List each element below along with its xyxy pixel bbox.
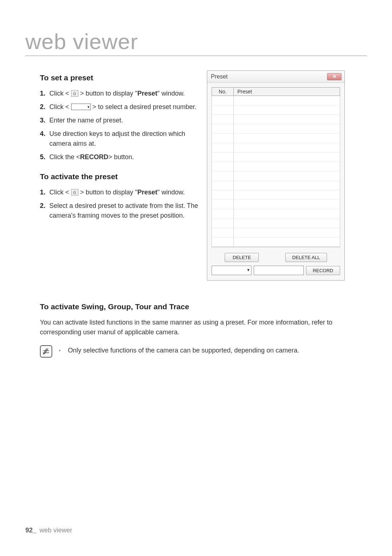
table-row[interactable] xyxy=(212,162,340,172)
table-row[interactable] xyxy=(212,172,340,181)
steps-activate-preset: Click < ⎙ > button to display "Preset" w… xyxy=(40,188,200,221)
step: Use direction keys to adjust the directi… xyxy=(40,129,200,149)
table-row[interactable] xyxy=(212,238,340,247)
col-header-no: No. xyxy=(212,88,234,96)
preset-number-select[interactable] xyxy=(212,266,252,275)
bullet-icon: ▪ xyxy=(59,347,61,353)
table-row[interactable] xyxy=(212,153,340,162)
table-row[interactable] xyxy=(212,209,340,219)
footer-label: web viewer xyxy=(40,527,72,534)
preset-icon: ⎙ xyxy=(71,189,78,196)
step: Enter the name of preset. xyxy=(40,116,200,125)
table-row[interactable] xyxy=(212,200,340,209)
combo-icon xyxy=(71,104,91,110)
steps-set-preset: Click < ⎙ > button to display "Preset" w… xyxy=(40,89,200,162)
step: Click < > to select a desired preset num… xyxy=(40,102,200,112)
table-row[interactable] xyxy=(212,190,340,200)
step: Click < ⎙ > button to display "Preset" w… xyxy=(40,89,200,98)
preset-window: Preset ✕ No. Preset DELETE DELETE ALL xyxy=(207,70,345,281)
table-row[interactable] xyxy=(212,181,340,190)
table-row[interactable] xyxy=(212,143,340,153)
step: Select a desired preset to activate from… xyxy=(40,201,200,221)
close-button[interactable]: ✕ xyxy=(327,73,342,80)
preset-table: No. Preset xyxy=(212,87,340,247)
step: Click the <RECORD> button. xyxy=(40,152,200,162)
delete-button[interactable]: DELETE xyxy=(225,253,259,262)
preset-titlebar: Preset ✕ xyxy=(207,71,344,83)
note-icon xyxy=(40,345,52,358)
table-row[interactable] xyxy=(212,105,340,115)
preset-window-title: Preset xyxy=(211,73,228,80)
page-footer: 92_ web viewer xyxy=(25,527,72,534)
page-number: 92_ xyxy=(25,527,36,534)
preset-name-input[interactable] xyxy=(254,266,304,275)
delete-all-button[interactable]: DELETE ALL xyxy=(285,253,327,262)
step: Click < ⎙ > button to display "Preset" w… xyxy=(40,188,200,197)
heading-set-preset: To set a preset xyxy=(40,73,200,82)
note-text: Only selective functions of the camera c… xyxy=(68,347,299,354)
table-row[interactable] xyxy=(212,96,340,105)
preset-icon: ⎙ xyxy=(71,90,78,97)
heading-swing: To activate Swing, Group, Tour and Trace xyxy=(40,302,367,311)
table-row[interactable] xyxy=(212,228,340,238)
instructions-column: To set a preset Click < ⎙ > button to di… xyxy=(40,70,200,281)
swing-body: You can activate listed functions in the… xyxy=(40,318,367,337)
note-row: ▪ Only selective functions of the camera… xyxy=(40,345,367,358)
page-title: web viewer xyxy=(25,29,367,56)
col-header-preset: Preset xyxy=(234,88,340,96)
record-button[interactable]: RECORD xyxy=(306,266,340,275)
table-row[interactable] xyxy=(212,124,340,134)
table-row[interactable] xyxy=(212,134,340,143)
heading-activate-preset: To activate the preset xyxy=(40,172,200,181)
table-row[interactable] xyxy=(212,115,340,124)
table-row[interactable] xyxy=(212,219,340,228)
